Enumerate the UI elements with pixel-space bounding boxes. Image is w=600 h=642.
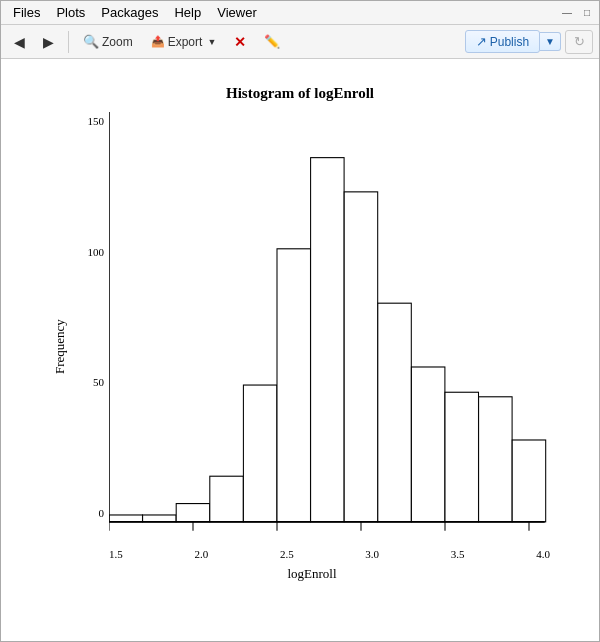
x-tick-20: 2.0 — [194, 548, 208, 560]
svg-rect-11 — [479, 397, 512, 522]
menu-packages[interactable]: Packages — [93, 3, 166, 22]
y-tick-0: 0 — [99, 507, 105, 519]
x-axis-labels: 1.5 2.0 2.5 3.0 3.5 4.0 — [74, 548, 550, 560]
publish-dropdown-button[interactable]: ▼ — [540, 32, 561, 51]
histogram-svg — [109, 112, 550, 544]
svg-container — [109, 112, 550, 544]
x-tick-40: 4.0 — [536, 548, 550, 560]
minimize-button[interactable]: — — [559, 7, 575, 19]
svg-rect-12 — [512, 440, 545, 522]
forward-button[interactable]: ▶ — [36, 31, 61, 53]
export-icon: 📤 — [151, 35, 165, 48]
chart-body: Frequency 150 100 50 0 — [50, 112, 550, 582]
svg-rect-3 — [210, 476, 243, 522]
chart-right: 150 100 50 0 — [74, 112, 550, 582]
publish-button[interactable]: ↗ Publish — [465, 30, 540, 53]
svg-rect-5 — [277, 249, 310, 522]
x-axis-label: logEnroll — [74, 566, 550, 582]
chart-container: Histogram of logEnroll Frequency 150 100… — [50, 85, 550, 615]
back-button[interactable]: ◀ — [7, 31, 32, 53]
menu-files[interactable]: Files — [5, 3, 48, 22]
brush-icon: ✏️ — [264, 34, 280, 49]
y-tick-50: 50 — [93, 376, 104, 388]
x-tick-25: 2.5 — [280, 548, 294, 560]
export-button[interactable]: 📤 Export ▼ — [144, 32, 224, 52]
forward-icon: ▶ — [43, 34, 54, 50]
publish-icon: ↗ — [476, 34, 487, 49]
svg-rect-4 — [243, 385, 276, 522]
publish-group: ↗ Publish ▼ — [465, 30, 561, 53]
zoom-label: Zoom — [102, 35, 133, 49]
chart-plot-area: 150 100 50 0 — [74, 112, 550, 544]
delete-button[interactable]: ✕ — [227, 31, 253, 53]
plot-area: Histogram of logEnroll Frequency 150 100… — [1, 59, 599, 641]
menubar: Files Plots Packages Help Viewer — □ — [1, 1, 599, 25]
publish-dropdown-icon: ▼ — [545, 36, 555, 47]
maximize-button[interactable]: □ — [579, 7, 595, 19]
zoom-button[interactable]: 🔍 Zoom — [76, 31, 140, 52]
refresh-button[interactable]: ↻ — [565, 30, 593, 54]
x-tick-35: 3.5 — [451, 548, 465, 560]
toolbar: ◀ ▶ 🔍 Zoom 📤 Export ▼ ✕ ✏️ — [1, 25, 599, 59]
menu-help[interactable]: Help — [166, 3, 209, 22]
y-axis-label: Frequency — [50, 112, 70, 582]
chart-title: Histogram of logEnroll — [50, 85, 550, 102]
refresh-icon: ↻ — [574, 34, 585, 49]
separator-1 — [68, 31, 69, 53]
window-controls: — □ — [559, 7, 595, 19]
menu-plots[interactable]: Plots — [48, 3, 93, 22]
x-tick-30: 3.0 — [365, 548, 379, 560]
svg-rect-6 — [311, 158, 344, 522]
svg-rect-8 — [378, 303, 411, 522]
svg-rect-10 — [445, 392, 478, 522]
x-tick-15: 1.5 — [109, 548, 123, 560]
svg-rect-0 — [109, 515, 142, 522]
svg-rect-1 — [143, 515, 176, 522]
export-dropdown-icon: ▼ — [207, 37, 216, 47]
export-label: Export — [168, 35, 203, 49]
rstudio-plots-panel: Files Plots Packages Help Viewer — □ ◀ ▶… — [0, 0, 600, 642]
back-icon: ◀ — [14, 34, 25, 50]
svg-rect-2 — [176, 504, 209, 522]
toolbar-right: ↗ Publish ▼ ↻ — [465, 30, 593, 54]
menu-viewer[interactable]: Viewer — [209, 3, 265, 22]
svg-rect-9 — [411, 367, 444, 522]
svg-rect-7 — [344, 192, 377, 522]
y-tick-100: 100 — [88, 246, 105, 258]
zoom-icon: 🔍 — [83, 34, 99, 49]
y-ticks: 150 100 50 0 — [74, 112, 109, 544]
y-tick-150: 150 — [88, 115, 105, 127]
publish-label: Publish — [490, 35, 529, 49]
delete-icon: ✕ — [234, 34, 246, 50]
brush-button[interactable]: ✏️ — [257, 31, 287, 52]
